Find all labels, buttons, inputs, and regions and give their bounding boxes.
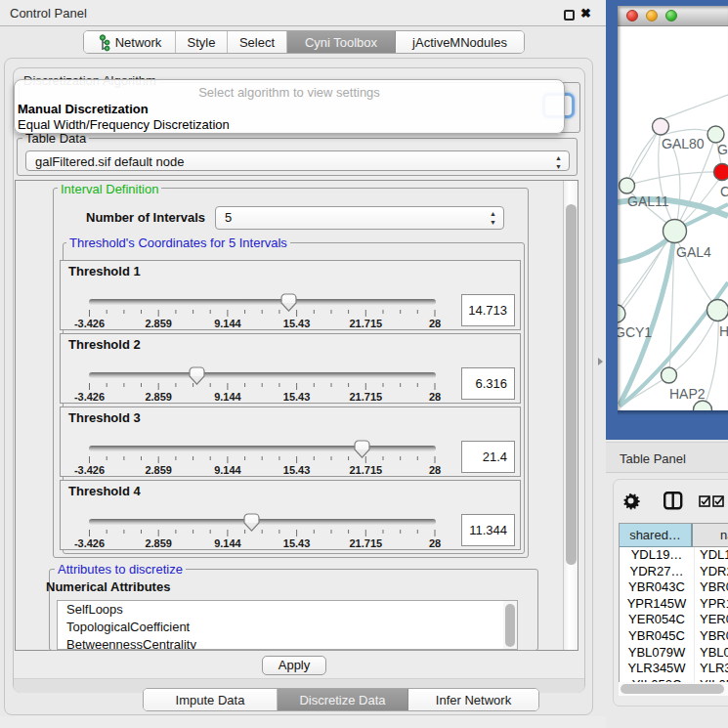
svg-text:H: H xyxy=(719,323,728,339)
svg-text:GAL80: GAL80 xyxy=(662,136,705,151)
svg-text:GAL4: GAL4 xyxy=(676,244,711,260)
svg-text:GAL11: GAL11 xyxy=(627,193,669,209)
svg-text:GA: GA xyxy=(717,142,728,157)
svg-text:HAP2: HAP2 xyxy=(669,386,706,402)
svg-text:GCY1: GCY1 xyxy=(618,324,652,340)
svg-text:C: C xyxy=(720,184,728,199)
